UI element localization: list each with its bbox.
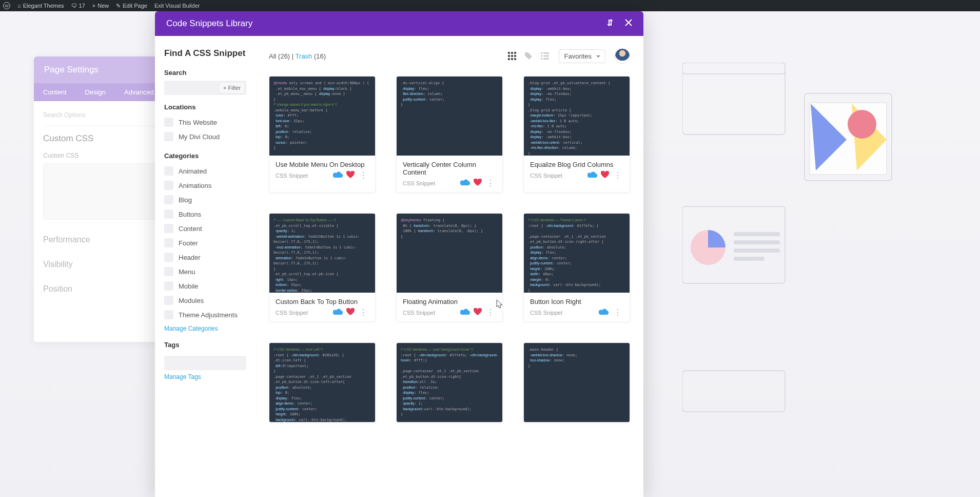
more-icon[interactable]: ⋮ [485,308,496,317]
all-link[interactable]: All (26) [269,52,290,60]
card-title: Button Icon Right [530,298,623,305]
svg-rect-25 [541,58,542,60]
card-subtitle: CSS Snippet [276,310,308,316]
snippet-card[interactable]: /* ---- Custom Back To Top Button ---- *… [269,213,376,322]
snippet-card[interactable]: .dv-vertical-align { display: flex; flex… [396,76,503,193]
wp-new[interactable]: + New [92,3,109,9]
more-icon[interactable]: ⋮ [612,170,623,180]
code-preview: .dv-vertical-align { display: flex; flex… [397,77,502,156]
svg-rect-10 [734,257,765,261]
snippet-card[interactable]: /* CSS Variables — over background hover… [396,342,503,423]
category-footer[interactable]: Footer [164,236,246,250]
manage-categories-link[interactable]: Manage Categories [164,325,218,332]
svg-rect-20 [514,58,516,60]
checkbox-icon [164,181,173,190]
tab-design[interactable]: Design [76,83,115,101]
wp-admin-bar: W ⌂ Elegant Themes 🗨 17 + New ✎ Edit Pag… [0,0,980,11]
cloud-icon[interactable] [333,171,343,180]
cloud-icon[interactable] [587,171,598,180]
svg-rect-5 [682,206,785,283]
checkbox-icon [164,238,173,247]
svg-rect-9 [734,249,780,253]
tag-view-icon[interactable] [524,51,533,61]
more-icon[interactable]: ⋮ [358,308,369,317]
more-icon[interactable]: ⋮ [358,170,369,180]
content-header: All (26) | Trash (16) Favorites [269,48,630,64]
cloud-icon[interactable] [460,308,471,317]
category-theme-adjustments[interactable]: Theme Adjustments [164,308,246,322]
sort-dropdown[interactable]: Favorites [559,49,605,63]
modal-title: Code Snippets Library [166,18,252,29]
comment-count: 17 [79,3,85,9]
snippet-card[interactable]: @media only screen and ( min-width:980px… [269,76,376,193]
filter-sidebar: Find A CSS Snippet Search + Filter Locat… [155,36,256,497]
location-this-website[interactable]: This Website [164,115,246,129]
more-icon[interactable]: ⋮ [485,178,496,188]
category-buttons[interactable]: Buttons [164,207,246,221]
card-title: Equalize Blog Grid Columns [530,161,623,168]
background-illustration [682,63,959,476]
location-my-divi-cloud[interactable]: My Divi Cloud [164,129,246,144]
wp-logo[interactable]: W [3,2,10,9]
heart-icon[interactable] [474,179,482,188]
svg-rect-19 [511,58,513,60]
checkbox-icon [164,224,173,233]
card-title: Floating Animation [403,298,496,305]
card-subtitle: CSS Snippet [403,180,435,186]
heart-icon[interactable] [346,171,355,180]
wp-site-link[interactable]: ⌂ Elegant Themes [17,3,64,9]
category-mobile[interactable]: Mobile [164,279,246,293]
wp-exit-builder[interactable]: Exit Visual Builder [154,3,200,9]
comment-icon: 🗨 [71,3,77,9]
snippet-card[interactable]: /* CSS Variables — Theme Colors */:root … [523,213,630,322]
snippet-card[interactable]: /* CSS Variables — Icon Left */:root { -… [269,342,376,423]
category-content[interactable]: Content [164,221,246,236]
category-modules[interactable]: Modules [164,293,246,308]
snippet-card[interactable]: .blog-grid .et_pb_salvattore_content { d… [523,76,630,193]
checkbox-icon [164,296,173,305]
svg-point-6 [691,230,726,265]
heart-icon[interactable] [601,171,609,180]
checkbox-icon [164,195,173,204]
user-avatar[interactable] [615,48,630,64]
svg-rect-21 [541,52,542,54]
snippet-card[interactable]: @keyframes floating { 0% { transform: tr… [396,213,503,322]
cloud-icon[interactable] [460,179,471,188]
code-preview: /* ---- Custom Back To Top Button ---- *… [269,214,375,293]
wp-edit-page[interactable]: ✎ Edit Page [116,3,147,9]
svg-rect-2 [805,93,892,181]
cloud-icon[interactable] [599,308,609,317]
code-preview: @keyframes floating { 0% { transform: tr… [397,214,502,293]
locations-label: Locations [164,103,246,111]
svg-rect-24 [543,55,549,57]
category-blog[interactable]: Blog [164,193,246,207]
category-animations[interactable]: Animations [164,178,246,193]
content-area: All (26) | Trash (16) Favorites @media o… [256,36,643,497]
manage-tags-link[interactable]: Manage Tags [164,373,201,380]
checkbox-icon [164,118,173,127]
tags-input[interactable] [164,356,246,370]
filter-button[interactable]: + Filter [219,82,245,94]
snippet-card[interactable]: .main-header { -webkit-box-shadow: none;… [523,342,630,423]
category-header[interactable]: Header [164,250,246,264]
checkbox-icon [164,253,173,262]
wp-comments[interactable]: 🗨 17 [71,3,85,9]
svg-rect-17 [514,55,516,57]
home-icon: ⌂ [17,3,21,9]
tab-content[interactable]: Content [34,83,76,101]
category-menu[interactable]: Menu [164,264,246,279]
heart-icon[interactable] [474,308,482,317]
heart-icon[interactable] [346,308,355,317]
category-animated[interactable]: Animated [164,164,246,178]
list-view-icon[interactable] [540,51,550,61]
svg-rect-0 [682,63,785,135]
more-icon[interactable]: ⋮ [612,308,623,317]
grid-view-icon[interactable] [507,51,517,61]
trash-link[interactable]: Trash (16) [296,52,326,60]
svg-rect-22 [543,52,549,54]
svg-rect-12 [508,52,510,54]
cloud-icon[interactable] [333,308,343,317]
checkbox-icon [164,310,173,319]
close-icon[interactable] [625,19,632,28]
sort-icon[interactable] [606,18,615,29]
